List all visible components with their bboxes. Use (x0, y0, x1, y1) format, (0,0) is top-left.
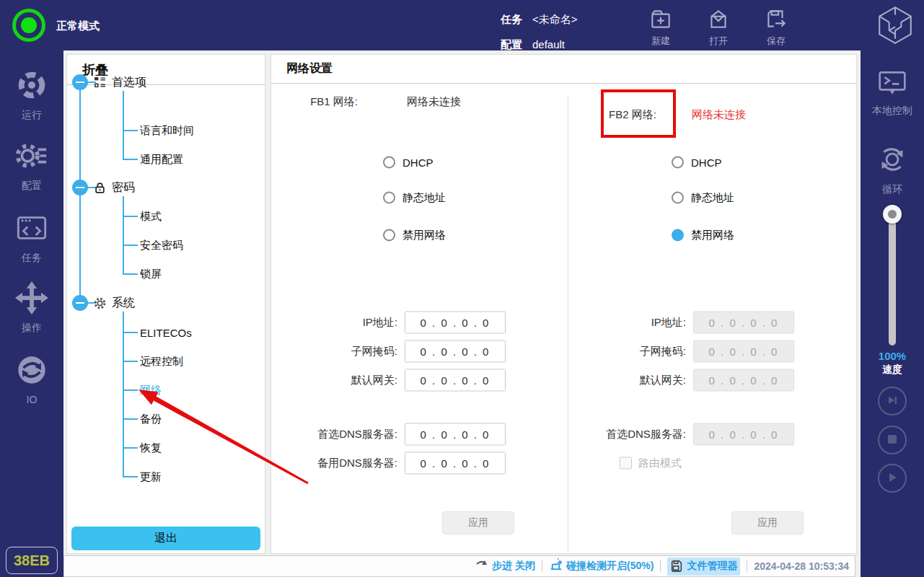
collapse-node-icon[interactable] (72, 74, 88, 90)
tree-stub (123, 273, 138, 275)
ip-label: IP地址: (296, 316, 405, 330)
nav-config[interactable]: 配置 (0, 139, 63, 193)
fb1-ip-input[interactable] (405, 312, 506, 334)
save-button[interactable]: 保存 (754, 6, 798, 48)
fb1-dns2-input[interactable] (405, 452, 506, 475)
file-manager-button[interactable]: 文件管理器 (667, 558, 740, 576)
divider (660, 560, 661, 572)
fb1-mask-input[interactable] (405, 340, 506, 363)
ip-label: IP地址: (585, 316, 693, 330)
nav-task[interactable]: 任务 (0, 211, 63, 265)
tree-group-preferences[interactable]: 首选项 (72, 74, 146, 90)
fb1-radio-dhcp[interactable]: DHCP (383, 157, 434, 169)
fb2-radio-disable[interactable]: 禁用网络 (672, 229, 734, 242)
fb2-radio-dhcp[interactable]: DHCP (672, 157, 722, 169)
tree-item-mode[interactable]: 模式 (140, 210, 162, 224)
fb1-gateway-input[interactable] (405, 369, 506, 392)
task-config-info: 任务<未命名> 配置default (501, 6, 578, 57)
tree-item-lock-screen[interactable]: 锁屏 (140, 268, 162, 281)
stop-button[interactable] (878, 426, 907, 454)
gateway-label: 默认网关: (585, 374, 693, 387)
router-mode-label: 路由模式 (638, 457, 682, 470)
fb2-apply-button[interactable]: 应用 (731, 511, 804, 534)
code-window-icon (15, 211, 48, 247)
speed-label: 速度 (861, 364, 924, 376)
exit-button[interactable]: 退出 (71, 527, 260, 550)
local-control-button[interactable]: 本地控制 (861, 69, 924, 118)
speed-slider-track[interactable] (889, 214, 896, 345)
speed-slider-knob[interactable] (883, 205, 902, 224)
mask-label: 子网掩码: (585, 345, 693, 358)
mask-label: 子网掩码: (296, 345, 405, 358)
preferences-icon (94, 76, 106, 89)
fb1-mask-field-row: 子网掩码: (296, 340, 506, 363)
collision-detection-status[interactable]: 碰撞检测开启(50%) (549, 558, 654, 574)
fb2-router-mode-checkbox[interactable]: 路由模式 (620, 457, 682, 470)
cycle-button[interactable]: 循环 (861, 143, 924, 196)
tree-item-update[interactable]: 更新 (140, 470, 162, 484)
collapse-node-icon[interactable] (72, 180, 88, 195)
fb2-mask-field-row: 子网掩码: (585, 340, 794, 363)
stop-icon (887, 434, 897, 446)
config-label: 配置 (501, 38, 522, 50)
checksum-badge[interactable]: 38EB (6, 547, 58, 574)
lock-icon (94, 182, 106, 194)
gear-icon (94, 297, 106, 309)
fb2-dns1-field-row: 首选DNS服务器: (585, 423, 794, 446)
tree-item-remote-control[interactable]: 远程控制 (140, 355, 183, 369)
collapse-node-icon[interactable] (72, 295, 88, 311)
radio-icon[interactable] (383, 229, 395, 242)
open-button[interactable]: 打开 (697, 6, 740, 48)
fb1-dns1-input[interactable] (405, 423, 506, 446)
tree-item-backup[interactable]: 备份 (140, 413, 162, 426)
nav-io[interactable]: IO (0, 353, 63, 405)
run-label: 运行 (22, 109, 42, 122)
fb2-network-status: 网络未连接 (692, 108, 746, 122)
tree-item-elitecos[interactable]: ELITECOs (140, 327, 192, 339)
play-button[interactable] (878, 464, 907, 493)
fb1-network-label: FB1 网络: (300, 95, 358, 109)
tree-item-language-time[interactable]: 语言和时间 (140, 124, 194, 138)
collision-text: 碰撞检测开启(50%) (566, 560, 654, 573)
normal-mode-indicator[interactable] (12, 9, 45, 42)
fb2-mask-input (693, 340, 794, 363)
step-mode-status[interactable]: 步进 关闭 (475, 559, 535, 574)
checkbox-icon[interactable] (620, 457, 632, 470)
radio-icon[interactable] (672, 157, 684, 169)
fb2-radio-static[interactable]: 静态地址 (672, 191, 734, 205)
divider (747, 560, 747, 572)
new-button[interactable]: 新建 (639, 6, 682, 48)
skip-icon (886, 395, 898, 408)
tree-group-password[interactable]: 密码 (72, 180, 135, 195)
fb1-radio-disable[interactable]: 禁用网络 (383, 229, 446, 242)
fb1-ip-field-row: IP地址: (296, 312, 506, 334)
collision-icon (549, 558, 563, 574)
nav-operate[interactable]: 操作 (0, 281, 63, 335)
fb1-radio-static[interactable]: 静态地址 (383, 191, 446, 205)
radio-icon[interactable] (383, 192, 395, 204)
status-bar: 步进 关闭 碰撞检测开启(50%) 文件管理器 2024-04-28 10:53… (63, 555, 855, 577)
fb2-ip-field-row: IP地址: (585, 312, 794, 334)
fb1-apply-button[interactable]: 应用 (442, 511, 514, 534)
tree-group-system[interactable]: 系统 (72, 295, 135, 311)
tree-item-network[interactable]: 网络 (140, 384, 162, 397)
nav-run[interactable]: 运行 (0, 69, 63, 122)
radio-icon[interactable] (672, 192, 684, 204)
operate-label: 操作 (22, 322, 42, 335)
tree-stub (123, 216, 138, 217)
content-area: 折叠 首选项 语言和时间 通用配置 (63, 50, 861, 577)
radio-label: DHCP (402, 157, 434, 169)
column-divider (568, 94, 568, 552)
step-forward-button[interactable] (878, 387, 907, 415)
right-control-rail: 本地控制 循环 100% 速度 (861, 50, 924, 577)
tree-branch-line (123, 196, 124, 274)
fb2-ip-input (693, 312, 794, 334)
tree-stub (123, 389, 138, 391)
radio-icon[interactable] (383, 157, 395, 169)
tree-item-general-config[interactable]: 通用配置 (140, 153, 183, 167)
tree-item-safety-password[interactable]: 安全密码 (140, 239, 183, 252)
tree-item-restore[interactable]: 恢复 (140, 441, 162, 455)
dns2-label: 备用DNS服务器: (296, 457, 405, 470)
cycle-icon (876, 143, 909, 179)
radio-icon-checked[interactable] (672, 229, 684, 242)
